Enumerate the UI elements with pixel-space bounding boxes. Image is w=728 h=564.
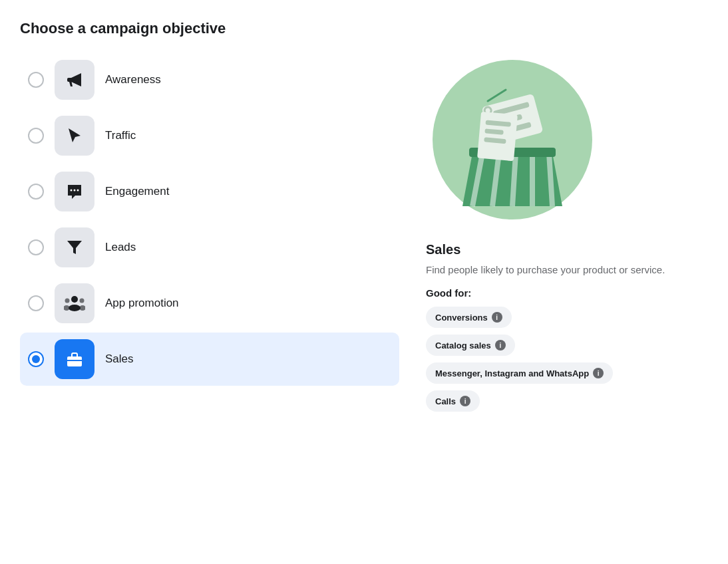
people-icon xyxy=(64,293,85,313)
svg-point-6 xyxy=(64,305,70,311)
briefcase-icon xyxy=(65,349,85,369)
good-for-label: Good for: xyxy=(426,287,708,299)
objective-leads[interactable]: Leads xyxy=(20,221,399,274)
sales-illustration xyxy=(426,53,599,226)
svg-line-22 xyxy=(512,153,516,206)
chat-icon xyxy=(65,182,85,202)
funnel-icon xyxy=(65,237,85,257)
info-icon-messenger[interactable]: i xyxy=(593,368,604,378)
badge-conversions: Conversions i xyxy=(426,307,512,328)
objectives-list: Awareness Traffic xyxy=(20,53,399,388)
leads-icon-box xyxy=(55,227,94,267)
objective-sales[interactable]: Sales xyxy=(20,333,399,386)
svg-point-3 xyxy=(71,296,78,303)
sales-icon-box xyxy=(55,339,94,379)
objective-awareness[interactable]: Awareness xyxy=(20,53,399,106)
traffic-icon-box xyxy=(55,116,94,156)
app-promotion-icon-box xyxy=(55,283,94,323)
radio-awareness[interactable] xyxy=(28,72,44,88)
engagement-icon-box xyxy=(55,172,94,212)
detail-panel: Sales Find people likely to purchase you… xyxy=(426,53,708,418)
radio-app-promotion[interactable] xyxy=(28,295,44,311)
svg-point-8 xyxy=(79,305,85,311)
main-layout: Awareness Traffic xyxy=(20,53,708,418)
info-icon-conversions[interactable]: i xyxy=(492,312,502,323)
badge-messenger: Messenger, Instagram and WhatsApp i xyxy=(426,362,613,384)
megaphone-icon xyxy=(65,70,85,90)
info-icon-catalog-sales[interactable]: i xyxy=(495,340,506,351)
radio-leads[interactable] xyxy=(28,239,44,255)
traffic-label: Traffic xyxy=(105,129,136,142)
info-icon-calls[interactable]: i xyxy=(460,396,470,406)
cursor-icon xyxy=(65,126,85,146)
objective-engagement[interactable]: Engagement xyxy=(20,165,399,218)
badge-catalog-sales: Catalog sales i xyxy=(426,335,515,356)
svg-line-24 xyxy=(549,153,552,206)
svg-rect-26 xyxy=(477,112,518,162)
svg-point-2 xyxy=(77,190,79,192)
objective-app-promotion[interactable]: App promotion xyxy=(20,277,399,330)
objective-traffic[interactable]: Traffic xyxy=(20,109,399,162)
awareness-label: Awareness xyxy=(105,73,161,86)
radio-engagement[interactable] xyxy=(28,184,44,200)
svg-point-0 xyxy=(71,190,73,192)
radio-traffic[interactable] xyxy=(28,128,44,144)
app-promotion-label: App promotion xyxy=(105,297,179,310)
leads-label: Leads xyxy=(105,241,136,254)
svg-point-1 xyxy=(74,190,76,192)
svg-point-7 xyxy=(80,299,85,303)
svg-rect-9 xyxy=(67,356,82,366)
engagement-label: Engagement xyxy=(105,185,169,198)
sales-label: Sales xyxy=(105,352,134,366)
detail-description: Find people likely to purchase your prod… xyxy=(426,263,708,277)
svg-point-5 xyxy=(65,299,70,303)
awareness-icon-box xyxy=(55,60,94,100)
svg-point-4 xyxy=(69,305,81,311)
page-title: Choose a campaign objective xyxy=(20,20,708,37)
detail-title: Sales xyxy=(426,242,708,257)
badges-list: Conversions i Catalog sales i Messenger,… xyxy=(426,307,708,418)
badge-calls: Calls i xyxy=(426,390,480,412)
radio-sales[interactable] xyxy=(28,351,44,367)
